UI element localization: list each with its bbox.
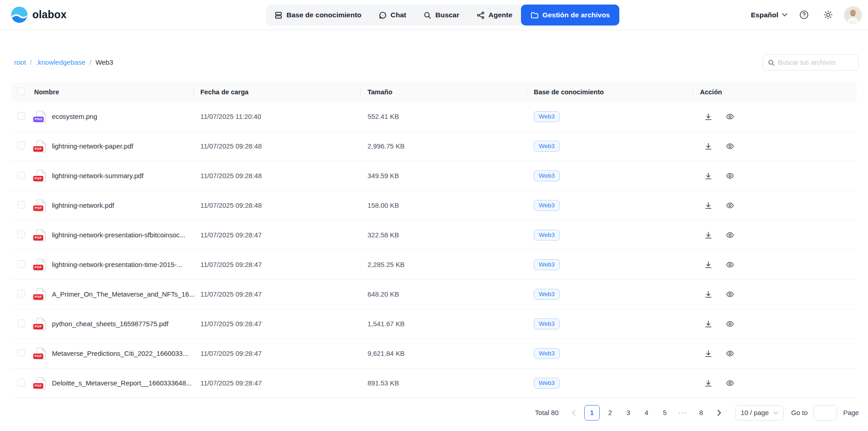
file-size: 552.41 KB [360,113,526,120]
download-icon[interactable] [705,231,712,239]
download-icon[interactable] [705,350,712,358]
download-icon[interactable] [705,172,712,180]
database-icon [275,11,282,19]
chevron-down-icon [773,411,778,415]
file-type-icon: PDF [36,169,46,183]
preview-eye-icon[interactable] [726,320,734,328]
table-row[interactable]: PDF lightning-network-presentation-sfbit… [11,221,857,250]
goto-page-input[interactable] [813,405,837,421]
chevron-down-icon [782,13,787,17]
language-label: Español [751,11,778,19]
page-button[interactable]: 8 [694,405,709,421]
nav-agent[interactable]: Agente [468,5,521,26]
table-row[interactable]: PDF lightning-network-paper.pdf 11/07/20… [11,132,857,161]
nav-knowledge-base[interactable]: Base de conocimiento [266,5,370,26]
table-row[interactable]: PDF Metaverse_Predictions_Citi_2022_1660… [11,339,857,369]
chat-icon [379,11,387,19]
folder-icon [531,11,538,19]
breadcrumb-separator: / [89,58,91,66]
olabox-logo-icon [11,6,28,23]
upload-date: 11/07/2025 09:28:48 [193,202,360,209]
table-row[interactable]: PDF A_Primer_On_The_Metaverse_and_NFTs_1… [11,280,857,309]
download-icon[interactable] [705,143,712,150]
pagination-total: Total 80 [535,409,559,416]
table-row[interactable]: PDF lightning-network-summary.pdf 11/07/… [11,161,857,191]
nav-chat[interactable]: Chat [370,5,415,26]
search-icon [424,11,431,19]
preview-eye-icon[interactable] [726,349,734,358]
search-icon [768,59,775,66]
page-size-select[interactable]: 10 / page [735,405,784,421]
file-name: lightning-network-presentation-time-2015… [52,261,182,268]
row-checkbox[interactable] [17,201,25,209]
page-button[interactable]: 1 [584,405,600,421]
knowledge-base-tag: Web3 [534,141,560,152]
download-icon[interactable] [705,202,712,210]
row-checkbox[interactable] [17,171,25,179]
next-page-button[interactable] [712,405,727,421]
file-size: 1,541.67 KB [360,320,526,328]
table-row[interactable]: PDF lightning-network-presentation-time-… [11,250,857,280]
file-type-icon: PDF [36,258,46,272]
theme-toggle-button[interactable] [820,7,836,23]
preview-eye-icon[interactable] [726,261,734,269]
row-checkbox[interactable] [17,349,25,357]
upload-date: 11/07/2025 09:28:47 [193,231,360,239]
brand-logo[interactable]: olabox [11,6,66,23]
knowledge-base-tag: Web3 [534,111,560,122]
row-checkbox[interactable] [17,260,25,268]
row-checkbox[interactable] [17,112,25,120]
download-icon[interactable] [705,113,712,121]
row-checkbox[interactable] [17,319,25,327]
user-avatar[interactable] [844,6,862,24]
column-header-name: Nombre [34,88,193,96]
preview-eye-icon[interactable] [726,201,734,210]
page-button[interactable]: 4 [639,405,654,421]
row-checkbox[interactable] [17,290,25,298]
file-type-badge: PDF [33,294,43,300]
row-checkbox[interactable] [17,231,25,238]
brand-name: olabox [32,9,66,21]
row-checkbox[interactable] [17,142,25,149]
table-row[interactable]: PDF python_cheat_sheets_1659877575.pdf 1… [11,309,857,339]
page-list: 12345•••8 [584,405,709,421]
language-selector[interactable]: Español [751,11,787,19]
page-button[interactable]: 3 [621,405,636,421]
upload-date: 11/07/2025 09:28:47 [193,320,360,328]
file-type-icon: PDF [36,140,46,153]
download-icon[interactable] [705,261,712,269]
download-icon[interactable] [705,320,712,328]
nav-file-management[interactable]: Gestión de archivos [521,5,619,26]
file-type-icon: PDF [36,199,46,212]
breadcrumb-root[interactable]: root [14,58,26,66]
preview-eye-icon[interactable] [726,290,734,298]
main-nav: Base de conocimiento Chat Buscar [266,5,619,26]
table-row[interactable]: PDF Deloitte_s_Metaverse_Report__1660333… [11,369,857,398]
preview-eye-icon[interactable] [726,142,734,150]
file-type-badge: PDF [33,383,43,389]
row-checkbox[interactable] [17,379,25,386]
nav-label: Gestión de archivos [542,11,610,19]
preview-eye-icon[interactable] [726,113,734,121]
help-button[interactable] [796,7,812,23]
table-row[interactable]: PDF lightning-network.pdf 11/07/2025 09:… [11,191,857,221]
page-button[interactable]: 5 [657,405,673,421]
page-button[interactable]: 2 [602,405,618,421]
download-icon[interactable] [705,380,712,387]
search-input[interactable] [778,59,854,66]
preview-eye-icon[interactable] [726,231,734,239]
breadcrumb-knowledgebase[interactable]: .knowledgebase [36,58,85,66]
preview-eye-icon[interactable] [726,379,734,387]
table-row[interactable]: PNG ecosystem.png 11/07/2025 11:20:40 55… [11,102,857,132]
download-icon[interactable] [705,291,712,298]
nav-search[interactable]: Buscar [415,5,468,26]
table-header: Nombre Fecha de carga Tamaño Base de con… [11,82,857,102]
preview-eye-icon[interactable] [726,172,734,180]
knowledge-base-tag: Web3 [534,259,560,270]
file-name: Metaverse_Predictions_Citi_2022_1660033.… [52,350,188,357]
select-all-checkbox[interactable] [17,87,25,95]
file-type-badge: PDF [33,176,43,181]
prev-page-button[interactable] [566,405,582,421]
page-label: Page [843,409,859,416]
pagination-bar: Total 80 12345•••8 10 / page Go to Page [535,405,859,421]
